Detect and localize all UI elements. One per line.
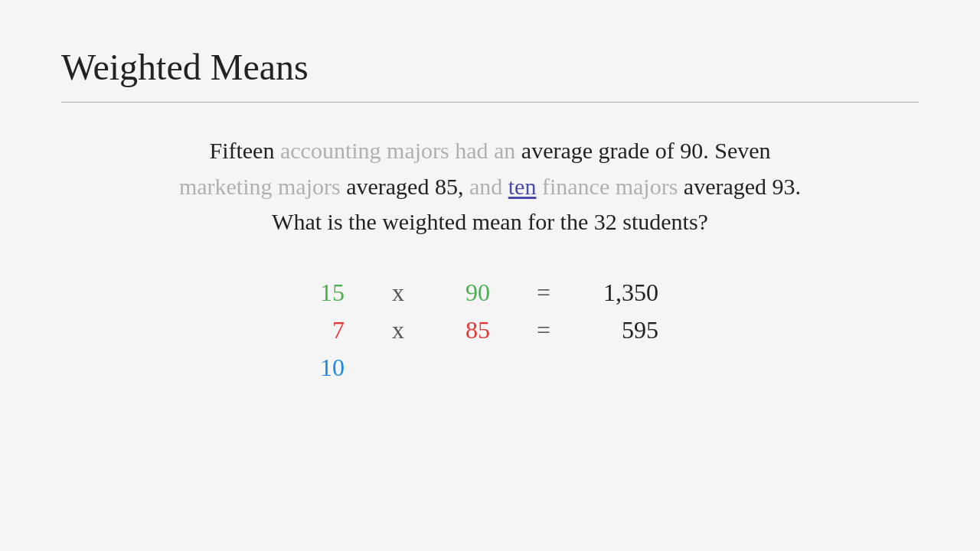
divider	[61, 102, 919, 103]
num-15: 15	[306, 279, 345, 307]
page: Weighted Means Fifteen accounting majors…	[0, 0, 980, 551]
text-averaged85: averaged 85,	[346, 174, 463, 199]
eq-1: =	[536, 279, 551, 307]
text-averaged93: averaged 93.	[684, 174, 801, 199]
val-85: 85	[452, 316, 490, 344]
num-10: 10	[306, 354, 345, 382]
op-x-2: x	[390, 316, 406, 344]
page-title: Weighted Means	[61, 46, 919, 88]
text-marketing: marketing majors	[179, 174, 341, 199]
text-and: and	[469, 174, 508, 199]
calc-row-1: 15 x 90 = 1,350	[306, 279, 658, 307]
op-x-1: x	[390, 279, 406, 307]
calc-row-3: 10	[306, 354, 345, 382]
text-question: What is the weighted mean for the 32 stu…	[272, 209, 708, 234]
result-595: 595	[597, 316, 658, 344]
text-ten: ten	[508, 174, 537, 199]
text-average: average grade of 90. Seven	[521, 138, 771, 163]
text-fifteen: Fifteen	[209, 138, 274, 163]
text-finance: finance majors	[542, 174, 678, 199]
problem-statement: Fifteen accounting majors had an average…	[61, 133, 919, 240]
num-7: 7	[306, 316, 345, 344]
eq-2: =	[536, 316, 551, 344]
calc-row-2: 7 x 85 = 595	[306, 316, 658, 344]
val-90: 90	[452, 279, 490, 307]
text-accounting: accounting majors had an	[280, 138, 515, 163]
calculation-table: 15 x 90 = 1,350 7 x 85 = 595 10	[306, 279, 919, 382]
result-1350: 1,350	[597, 279, 658, 307]
